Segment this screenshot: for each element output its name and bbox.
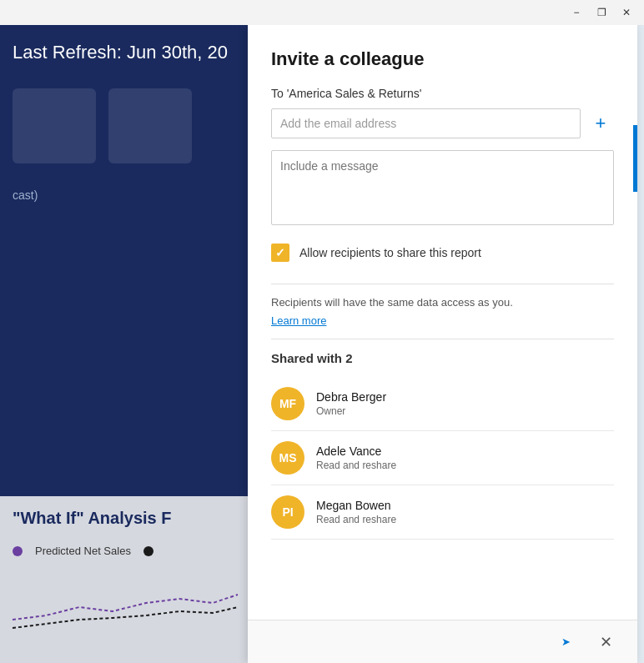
send-icon: ➤ [561, 635, 571, 648]
learn-more-link[interactable]: Learn more [248, 314, 637, 339]
user-role-0: Owner [316, 405, 614, 417]
user-item-0: MF Debra Berger Owner [271, 377, 614, 431]
background-label: cast) [0, 180, 250, 210]
legend-dot-predicted [13, 546, 23, 556]
send-button[interactable]: ➤ [551, 627, 581, 657]
chart-preview [13, 570, 246, 636]
panel-accent-bar [633, 125, 637, 192]
allow-share-label: Allow recipients to share this report [299, 246, 481, 259]
avatar-initials-2: PI [282, 505, 293, 519]
legend-label-predicted: Predicted Net Sales [35, 545, 131, 557]
user-info-1: Adele Vance Read and reshare [316, 445, 614, 471]
user-role-1: Read and reshare [316, 460, 614, 471]
dashboard-cards [0, 72, 250, 180]
analysis-title: "What If" Analysis F [0, 496, 250, 540]
user-list: MF Debra Berger Owner MS Adele Vance Rea… [271, 377, 614, 540]
user-name-0: Debra Berger [316, 390, 614, 404]
allow-share-row: ✓ Allow recipients to share this report [271, 244, 614, 262]
maximize-button[interactable]: ❐ [591, 4, 612, 21]
panel-footer: ➤ ✕ [248, 620, 637, 663]
invite-panel: Invite a colleague To 'America Sales & R… [248, 25, 637, 663]
card-2 [108, 88, 192, 163]
to-label: To 'America Sales & Returns' [271, 87, 614, 100]
user-name-1: Adele Vance [316, 445, 614, 458]
avatar-2: PI [271, 495, 304, 529]
user-item-2: PI Megan Bowen Read and reshare [271, 485, 614, 540]
card-1 [13, 88, 96, 163]
right-accent-bar [637, 25, 644, 663]
window-chrome-bar: − ❐ ✕ [0, 0, 644, 25]
window-close-button[interactable]: ✕ [616, 4, 637, 21]
avatar-0: MF [271, 387, 304, 420]
avatar-initials-0: MF [279, 397, 296, 410]
user-role-2: Read and reshare [316, 514, 614, 525]
user-name-2: Megan Bowen [316, 499, 614, 512]
panel-title: Invite a colleague [271, 48, 614, 70]
allow-share-checkbox[interactable]: ✓ [271, 244, 289, 262]
chart-legend: Predicted Net Sales [0, 540, 250, 561]
message-textarea[interactable] [271, 150, 614, 225]
recipients-note: Recipients will have the same data acces… [248, 284, 637, 314]
user-item-1: MS Adele Vance Read and reshare [271, 431, 614, 485]
legend-dot-actual [143, 546, 153, 556]
user-info-0: Debra Berger Owner [316, 390, 614, 417]
email-input[interactable] [271, 108, 581, 138]
shared-section: Shared with 2 MF Debra Berger Owner MS A… [248, 339, 637, 540]
close-icon: ✕ [600, 633, 612, 651]
panel-header: Invite a colleague To 'America Sales & R… [248, 25, 637, 284]
minimize-button[interactable]: − [566, 4, 587, 21]
email-input-row: + [271, 108, 614, 138]
avatar-initials-1: MS [279, 451, 297, 465]
last-refresh-header: Last Refresh: Jun 30th, 20 [0, 25, 250, 72]
dashboard-bottom: "What If" Analysis F Predicted Net Sales [0, 496, 250, 663]
add-email-button[interactable]: + [587, 110, 614, 137]
shared-title: Shared with 2 [271, 351, 614, 365]
user-info-2: Megan Bowen Read and reshare [316, 499, 614, 525]
avatar-1: MS [271, 441, 304, 475]
footer-close-button[interactable]: ✕ [591, 627, 621, 657]
check-mark: ✓ [275, 246, 285, 259]
